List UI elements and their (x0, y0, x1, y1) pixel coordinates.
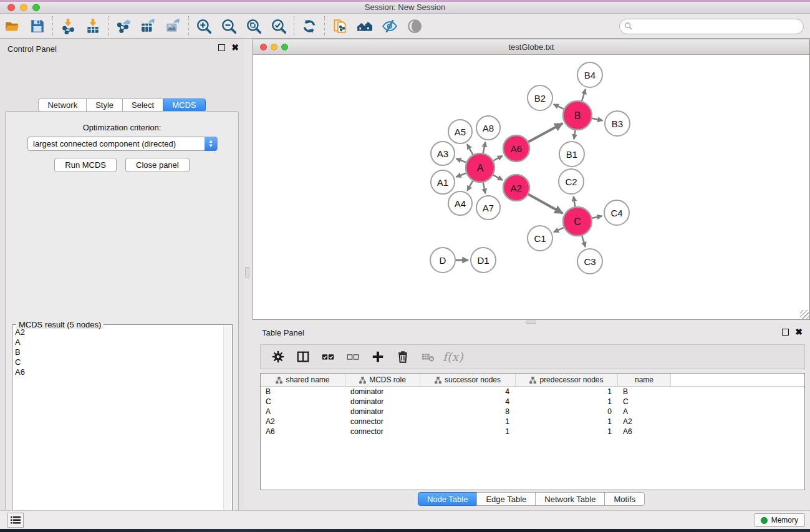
delete-table-button[interactable] (417, 347, 439, 367)
open-file-button[interactable] (0, 15, 25, 37)
network-canvas[interactable]: B4B2BB3A5A8A6A3B1AA1C2A2A4A7C4CC1C3DD1 (253, 55, 809, 319)
edge-B-B1[interactable] (574, 130, 575, 139)
tab-select[interactable]: Select (122, 99, 163, 112)
edge-B-B3[interactable] (592, 118, 603, 120)
float-table-panel-icon[interactable] (782, 329, 789, 336)
edge-A-A3[interactable] (456, 158, 466, 162)
run-mcds-button[interactable]: Run MCDS (54, 158, 117, 172)
close-table-panel-icon[interactable]: ✖ (795, 329, 803, 336)
graph-node-B1[interactable]: B1 (559, 142, 584, 167)
edge-A-A6[interactable] (493, 156, 503, 161)
result-item[interactable]: C (14, 357, 219, 367)
tab-style[interactable]: Style (86, 99, 123, 112)
graph-node-C2[interactable]: C2 (559, 169, 584, 194)
home-button[interactable] (352, 15, 377, 37)
zoom-fit-button[interactable] (241, 15, 266, 37)
edge-A-A1[interactable] (456, 173, 466, 177)
mcds-result-list[interactable]: A2ABCA6 (14, 327, 219, 377)
graph-node-A4[interactable]: A4 (448, 191, 472, 215)
graph-node-A5[interactable]: A5 (448, 120, 472, 143)
graph-node-D1[interactable]: D1 (471, 248, 496, 273)
divider-grip[interactable] (526, 321, 536, 324)
zoom-selected-button[interactable] (266, 15, 291, 37)
result-item[interactable]: A (14, 337, 219, 347)
graph-node-A8[interactable]: A8 (476, 116, 500, 140)
hide-graphics-details-button[interactable] (377, 15, 402, 37)
edge-C-C4[interactable] (592, 216, 602, 218)
edge-A6-B[interactable] (528, 123, 562, 142)
edge-B-B2[interactable] (554, 104, 564, 109)
graph-node-D[interactable]: D (430, 248, 455, 273)
edge-A-A8[interactable] (483, 142, 486, 153)
zoom-out-button[interactable] (216, 15, 241, 37)
result-scrollbar[interactable] (223, 326, 231, 531)
table-row[interactable]: Adominator80A (261, 407, 804, 417)
table-settings-button[interactable] (267, 347, 289, 367)
refresh-button[interactable] (297, 15, 322, 37)
graph-node-A6[interactable]: A6 (503, 135, 529, 162)
divider-grip[interactable] (245, 267, 249, 278)
delete-column-button[interactable] (392, 347, 414, 367)
import-network-button[interactable] (55, 15, 80, 37)
edge-A2-C[interactable] (528, 195, 562, 213)
criterion-dropdown[interactable]: largest connected component (directed) ▲… (27, 137, 218, 151)
close-panel-icon[interactable]: ✖ (231, 44, 239, 51)
result-item[interactable]: B (14, 347, 219, 357)
search-input[interactable] (619, 19, 804, 34)
table-tab-motifs[interactable]: Motifs (604, 492, 645, 506)
table-row[interactable]: A6connector11A6 (261, 427, 804, 437)
graph-node-B2[interactable]: B2 (528, 85, 552, 110)
clone-network-button[interactable] (327, 15, 352, 37)
table-tab-edge-table[interactable]: Edge Table (476, 492, 536, 506)
graph-node-A7[interactable]: A7 (476, 196, 500, 220)
window-resize-grip[interactable] (800, 310, 809, 319)
graph-node-A3[interactable]: A3 (431, 142, 455, 165)
edge-A-A4[interactable] (467, 181, 473, 191)
zoom-in-button[interactable] (191, 15, 216, 37)
tab-network[interactable]: Network (38, 99, 87, 112)
deselect-all-button[interactable] (342, 347, 364, 367)
show-graphics-details-button[interactable] (402, 15, 427, 37)
float-panel-icon[interactable] (218, 44, 225, 51)
vertical-split-divider[interactable] (244, 39, 253, 510)
column-visibility-button[interactable] (292, 347, 314, 367)
edge-A-A2[interactable] (493, 175, 503, 180)
horizontal-split-divider[interactable] (253, 320, 810, 324)
table-row[interactable]: A2connector11A2 (261, 417, 804, 427)
network-graph[interactable]: B4B2BB3A5A8A6A3B1AA1C2A2A4A7C4CC1C3DD1 (253, 55, 809, 319)
show-panel-list-button[interactable] (7, 513, 24, 528)
result-item[interactable]: A6 (14, 367, 219, 377)
graph-node-A[interactable]: A (466, 153, 494, 182)
column-header-predecessor-nodes[interactable]: predecessor nodes (516, 374, 618, 387)
export-network-button[interactable] (111, 15, 136, 37)
edge-B-B4[interactable] (582, 89, 586, 101)
graph-node-A1[interactable]: A1 (431, 170, 455, 194)
graph-node-C1[interactable]: C1 (528, 226, 552, 251)
tab-mcds[interactable]: MCDS (163, 99, 205, 112)
graph-node-B3[interactable]: B3 (605, 111, 630, 136)
graph-node-C3[interactable]: C3 (577, 249, 602, 274)
column-header-shared-name[interactable]: shared name (261, 374, 345, 387)
edge-C-C3[interactable] (582, 236, 586, 247)
edge-A-A7[interactable] (483, 183, 486, 194)
graph-node-C[interactable]: C (563, 207, 592, 236)
function-builder-button[interactable]: f(x) (441, 350, 463, 364)
column-header-name[interactable]: name (618, 374, 671, 387)
edge-C-C2[interactable] (574, 196, 576, 207)
save-session-button[interactable] (25, 15, 50, 37)
close-panel-button[interactable]: Close panel (125, 158, 190, 172)
graph-node-B[interactable]: B (563, 101, 592, 130)
column-header-MCDS-role[interactable]: MCDS role (345, 374, 420, 387)
edge-C-C1[interactable] (554, 228, 564, 232)
edge-A-A5[interactable] (467, 144, 473, 155)
graph-node-A2[interactable]: A2 (503, 175, 529, 201)
memory-button[interactable]: Memory (754, 513, 805, 527)
table-tab-network-table[interactable]: Network Table (535, 492, 605, 506)
export-image-button[interactable] (161, 15, 186, 37)
export-table-button[interactable] (136, 15, 161, 37)
graph-node-B4[interactable]: B4 (577, 62, 602, 87)
result-item[interactable]: A2 (14, 327, 219, 337)
add-column-button[interactable] (367, 347, 389, 367)
graph-node-C4[interactable]: C4 (604, 200, 629, 225)
table-row[interactable]: Bdominator41B (261, 387, 804, 397)
